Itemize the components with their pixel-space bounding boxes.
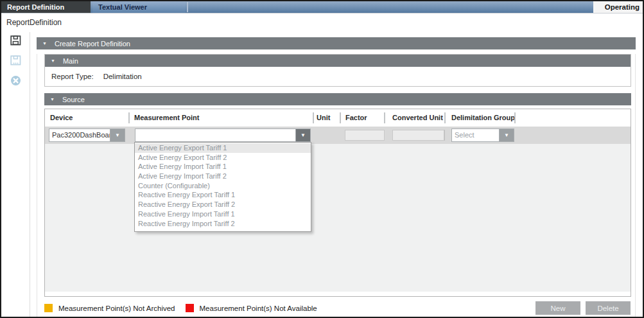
topbar-spacer bbox=[188, 1, 593, 13]
report-type-row: Report Type: Delimitation bbox=[45, 67, 631, 86]
not-archived-legend-label: Measurement Point(s) Not Archived bbox=[58, 305, 175, 312]
dropdown-option[interactable]: Active Energy Import Tariff 2 bbox=[135, 172, 311, 181]
app-window: Report Definition Textual Viewer Operati… bbox=[0, 0, 644, 318]
column-divider bbox=[313, 112, 314, 123]
left-toolbar bbox=[1, 32, 30, 317]
delimitation-group-value: Select bbox=[452, 129, 499, 141]
page-title: ReportDefinition bbox=[1, 13, 643, 32]
not-available-color-swatch bbox=[186, 304, 194, 312]
collapse-triangle-icon: ▼ bbox=[42, 41, 47, 46]
operating-mode-label[interactable]: Operating bbox=[593, 1, 643, 13]
device-value: Pac3200DashBoard bbox=[49, 129, 110, 141]
column-divider bbox=[514, 112, 516, 123]
measurement-point-dropdown-button[interactable]: ▼ bbox=[295, 129, 310, 141]
section-title: Main bbox=[63, 57, 78, 65]
cancel-icon bbox=[10, 75, 21, 89]
dropdown-option[interactable]: Active Energy Export Tariff 2 bbox=[135, 153, 311, 163]
column-divider bbox=[128, 112, 130, 123]
collapse-triangle-icon: ▼ bbox=[50, 97, 55, 102]
measurement-point-value bbox=[135, 129, 295, 141]
section-header-create-report-definition[interactable]: ▼ Create Report Definition bbox=[37, 37, 636, 49]
dropdown-option[interactable]: Active Energy Import Tariff 1 bbox=[135, 162, 311, 172]
column-divider bbox=[444, 112, 446, 123]
report-type-label: Report Type: bbox=[51, 73, 94, 80]
section-title: Source bbox=[62, 96, 85, 103]
not-archived-color-swatch bbox=[44, 304, 53, 312]
footer-row: Measurement Point(s) Not Archived Measur… bbox=[44, 300, 631, 316]
table-empty-area bbox=[45, 144, 631, 292]
create-report-definition-panel: ▼ Main Report Type: Delimitation ▼ Sourc… bbox=[37, 54, 636, 318]
device-combobox[interactable]: Pac3200DashBoard ▼ bbox=[49, 128, 125, 142]
cancel-button[interactable] bbox=[10, 76, 21, 87]
tab-textual-viewer[interactable]: Textual Viewer bbox=[92, 1, 186, 13]
dropdown-option[interactable]: Reactive Energy Import Tariff 1 bbox=[135, 209, 311, 219]
section-header-main[interactable]: ▼ Main bbox=[45, 55, 631, 67]
save-as-icon bbox=[10, 55, 21, 68]
chevron-down-icon: ▼ bbox=[115, 132, 120, 138]
row-divider bbox=[444, 130, 445, 141]
measurement-point-combobox[interactable]: ▼ bbox=[135, 128, 311, 142]
device-dropdown-button[interactable]: ▼ bbox=[110, 129, 125, 141]
table-row: Pac3200DashBoard ▼ ▼ Select ▼ bbox=[45, 127, 631, 144]
column-header-factor: Factor bbox=[345, 109, 367, 127]
column-header-device: Device bbox=[50, 109, 73, 127]
section-title: Create Report Definition bbox=[55, 40, 130, 48]
dropdown-option[interactable]: Counter (Configurable) bbox=[135, 181, 311, 191]
chevron-down-icon: ▼ bbox=[504, 132, 509, 138]
delimitation-group-combobox[interactable]: Select ▼ bbox=[451, 128, 514, 142]
section-header-source[interactable]: ▼ Source bbox=[44, 93, 631, 105]
main-section: ▼ Main Report Type: Delimitation bbox=[44, 54, 631, 87]
factor-input[interactable] bbox=[345, 130, 385, 141]
measurement-point-dropdown-list: Active Energy Export Tariff 1 Active Ene… bbox=[134, 142, 311, 232]
body: ▼ Create Report Definition ▼ Main Report… bbox=[1, 32, 643, 317]
top-tab-bar: Report Definition Textual Viewer Operati… bbox=[1, 1, 643, 13]
column-header-delimitation-group: Delimitation Group bbox=[451, 109, 515, 127]
column-header-measurement-point: Measurement Point bbox=[134, 109, 199, 127]
dropdown-option[interactable]: Reactive Energy Export Tariff 1 bbox=[135, 190, 311, 200]
report-type-value: Delimitation bbox=[103, 73, 142, 80]
collapse-triangle-icon: ▼ bbox=[51, 58, 55, 63]
column-header-converted-unit: Converted Unit bbox=[392, 109, 443, 127]
column-divider bbox=[340, 112, 341, 123]
chevron-down-icon: ▼ bbox=[300, 132, 306, 138]
save-as-button[interactable] bbox=[10, 56, 21, 67]
save-button[interactable] bbox=[10, 36, 21, 48]
content-area: ▼ Create Report Definition ▼ Main Report… bbox=[30, 32, 643, 317]
not-available-legend-label: Measurement Point(s) Not Available bbox=[200, 305, 317, 312]
column-divider bbox=[384, 112, 385, 123]
dropdown-option[interactable]: Active Energy Export Tariff 1 bbox=[135, 143, 311, 153]
dropdown-option[interactable]: Reactive Energy Import Tariff 2 bbox=[135, 219, 311, 229]
source-table: Device Measurement Point Unit Factor Con… bbox=[44, 109, 631, 297]
tab-report-definition[interactable]: Report Definition bbox=[1, 1, 91, 13]
converted-unit-input[interactable] bbox=[392, 130, 444, 141]
delete-button[interactable]: Delete bbox=[586, 301, 631, 315]
column-header-unit: Unit bbox=[317, 109, 330, 127]
new-button[interactable]: New bbox=[535, 301, 580, 315]
dropdown-option[interactable]: Reactive Energy Export Tariff 2 bbox=[135, 200, 311, 209]
save-icon bbox=[10, 35, 21, 48]
delimitation-group-dropdown-button[interactable]: ▼ bbox=[499, 129, 514, 141]
